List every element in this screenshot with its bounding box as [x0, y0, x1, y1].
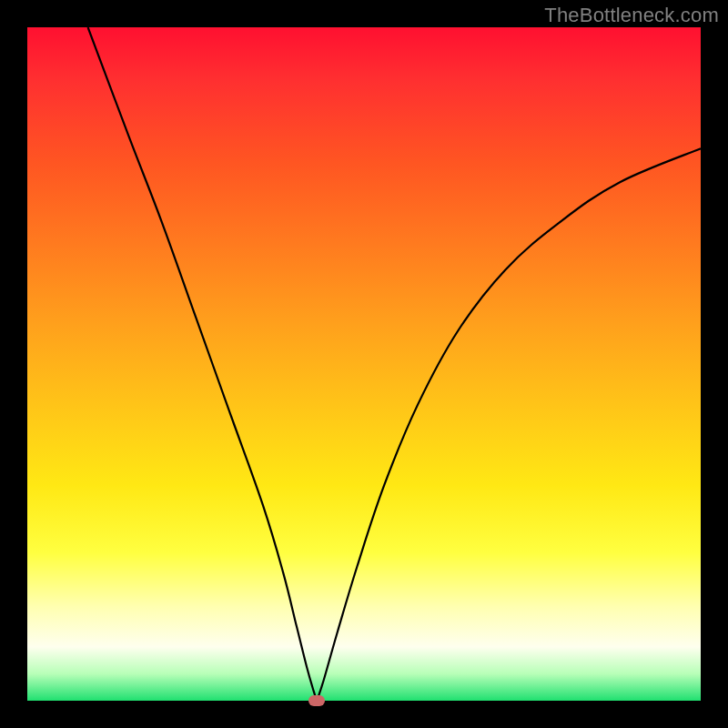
bottleneck-curve	[27, 27, 701, 701]
watermark-text: TheBottleneck.com	[544, 4, 719, 27]
minimum-marker	[308, 695, 325, 706]
left-branch	[88, 27, 318, 701]
chart-frame: TheBottleneck.com	[0, 0, 728, 728]
right-branch	[317, 148, 701, 701]
